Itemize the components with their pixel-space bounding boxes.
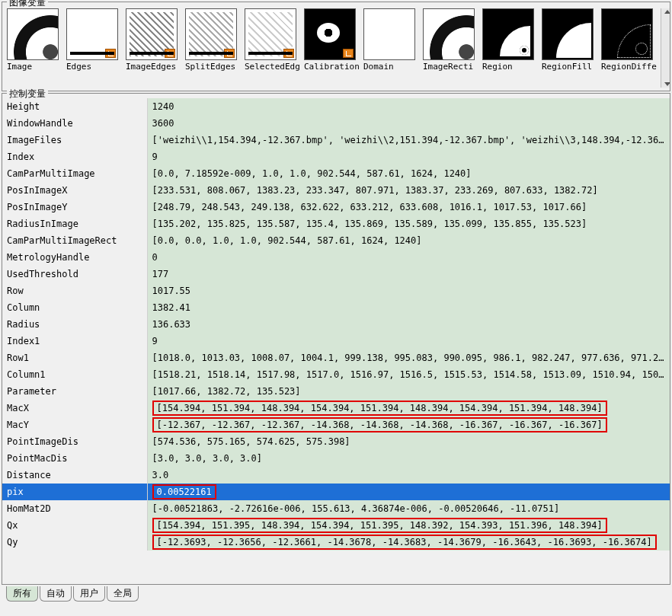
var-value: [1017.66, 1382.72, 135.523] [147, 383, 670, 400]
thumbnail-image[interactable] [304, 8, 356, 60]
var-name: CamParMultiImageRect [2, 232, 147, 249]
var-name: Qx [2, 517, 147, 534]
var-row-column[interactable]: Column1382.41 [2, 299, 670, 316]
thumbnail-image[interactable] [482, 8, 534, 60]
var-row-windowhandle[interactable]: WindowHandle3600 [2, 115, 670, 132]
tab-all[interactable]: 所有 [6, 586, 38, 602]
thumbnail-image[interactable] [7, 8, 59, 60]
thumbnail-regiondiffe[interactable]: RegionDiffe [601, 8, 658, 88]
highlight-box: 0.00522161 [152, 484, 216, 500]
var-row-pointmacdis[interactable]: PointMacDis[3.0, 3.0, 3.0, 3.0] [2, 450, 670, 467]
thumbnail-imagerecti[interactable]: ImageRecti [423, 8, 479, 88]
var-name: Radius [2, 316, 147, 333]
thumbnail-image[interactable] [423, 8, 475, 60]
thumbnail-image[interactable] [66, 8, 118, 60]
var-row-qy[interactable]: Qy[-12.3693, -12.3656, -12.3661, -14.367… [2, 534, 670, 551]
thumbnail-image[interactable] [126, 8, 178, 60]
var-name: RadiusInImage [2, 215, 147, 232]
var-name: Qy [2, 534, 147, 551]
var-name: MacX [2, 400, 147, 417]
var-value: 1017.55 [147, 282, 670, 299]
thumbnail-domain[interactable]: Domain [363, 8, 420, 88]
var-row-radiusinimage[interactable]: RadiusInImage[135.202, 135.825, 135.587,… [2, 215, 670, 232]
var-value: [248.79, 248.543, 249.138, 632.622, 633.… [147, 199, 670, 215]
var-row-usedthreshold[interactable]: UsedThreshold177 [2, 266, 670, 282]
thumbnail-image[interactable]: Image [7, 8, 63, 88]
var-value: 136.633 [147, 316, 670, 333]
thumbnail-regionfill[interactable]: RegionFill [542, 8, 598, 88]
var-row-index1[interactable]: Index19 [2, 333, 670, 349]
variables-table[interactable]: Height1240WindowHandle3600ImageFiles['we… [2, 98, 670, 551]
var-name: MetrologyHandle [2, 249, 147, 266]
thumbnail-region[interactable]: Region [482, 8, 539, 88]
thumbnail-calibration[interactable]: Calibration [304, 8, 360, 88]
var-name: Column1 [2, 366, 147, 383]
var-row-macy[interactable]: MacY[-12.367, -12.367, -12.367, -14.368,… [2, 417, 670, 433]
thumbnail-image[interactable] [363, 8, 415, 60]
var-row-posinimagey[interactable]: PosInImageY[248.79, 248.543, 249.138, 63… [2, 199, 670, 215]
var-row-metrologyhandle[interactable]: MetrologyHandle0 [2, 249, 670, 266]
var-name: Row1 [2, 349, 147, 366]
control-variables-panel: 控制变量 Height1240WindowHandle3600ImageFile… [2, 93, 670, 585]
var-row-pointimagedis[interactable]: PointImageDis[574.536, 575.165, 574.625,… [2, 433, 670, 450]
scroll-down-icon[interactable] [664, 82, 670, 86]
var-name: PosInImageY [2, 199, 147, 215]
var-value: ['weizhi\\1,154.394,-12.367.bmp', 'weizh… [147, 132, 670, 148]
var-value: 9 [147, 148, 670, 165]
region-badge-icon [165, 49, 175, 58]
var-row-radius[interactable]: Radius136.633 [2, 316, 670, 333]
var-row-imagefiles[interactable]: ImageFiles['weizhi\\1,154.394,-12.367.bm… [2, 132, 670, 148]
tab-user[interactable]: 用户 [73, 586, 105, 602]
var-row-camparmultiimage[interactable]: CamParMultiImage[0.0, 7.18592e-009, 1.0,… [2, 165, 670, 182]
var-name: CamParMultiImage [2, 165, 147, 182]
var-value: 177 [147, 266, 670, 282]
thumbnail-label: Image [7, 62, 63, 72]
tab-auto[interactable]: 自动 [40, 586, 72, 602]
highlight-box: [-12.367, -12.367, -12.367, -14.368, -14… [152, 417, 607, 432]
thumbnail-label: Calibration [304, 62, 360, 72]
thumbnail-selectededg[interactable]: SelectedEdg [245, 8, 301, 88]
var-row-qx[interactable]: Qx[154.394, 151.395, 148.394, 154.394, 1… [2, 517, 670, 534]
var-row-hommat2d[interactable]: HomMat2D[-0.00521863, -2.72616e-006, 155… [2, 500, 670, 517]
thumbnail-image[interactable] [185, 8, 237, 60]
var-name: pix [2, 484, 147, 500]
var-row-camparmultiimagerect[interactable]: CamParMultiImageRect[0.0, 0.0, 1.0, 1.0,… [2, 232, 670, 249]
thumbnail-scrollbar[interactable] [661, 8, 670, 88]
highlight-box: [-12.3693, -12.3656, -12.3661, -14.3678,… [152, 535, 657, 550]
var-row-distance[interactable]: Distance3.0 [2, 467, 670, 484]
region-badge-icon [343, 49, 354, 58]
var-row-index[interactable]: Index9 [2, 148, 670, 165]
bottom-tabs: 所有 自动 用户 全局 [0, 586, 672, 602]
var-row-row1[interactable]: Row1[1018.0, 1013.03, 1008.07, 1004.1, 9… [2, 349, 670, 366]
region-badge-icon [224, 49, 235, 58]
thumbnail-image[interactable] [245, 8, 296, 60]
thumbnail-edges[interactable]: Edges [66, 8, 123, 88]
var-row-macx[interactable]: MacX[154.394, 151.394, 148.394, 154.394,… [2, 400, 670, 417]
tab-global[interactable]: 全局 [107, 586, 139, 602]
thumbnail-label: SplitEdges [185, 62, 242, 72]
ctrl-vars-title: 控制变量 [7, 88, 48, 101]
var-value: [233.531, 808.067, 1383.23, 233.347, 807… [147, 182, 670, 199]
var-row-height[interactable]: Height1240 [2, 98, 670, 115]
var-row-column1[interactable]: Column1[1518.21, 1518.14, 1517.98, 1517.… [2, 366, 670, 383]
var-value: [3.0, 3.0, 3.0, 3.0] [147, 450, 670, 467]
thumbnail-image[interactable] [542, 8, 594, 60]
var-value: 1240 [147, 98, 670, 115]
scroll-up-icon[interactable] [664, 10, 670, 14]
var-value: [1018.0, 1013.03, 1008.07, 1004.1, 999.1… [147, 349, 670, 366]
thumbnail-image[interactable] [601, 8, 653, 60]
var-value: [-12.3693, -12.3656, -12.3661, -14.3678,… [147, 534, 670, 551]
var-row-posinimagex[interactable]: PosInImageX[233.531, 808.067, 1383.23, 2… [2, 182, 670, 199]
var-name: Height [2, 98, 147, 115]
var-value: [135.202, 135.825, 135.587, 135.4, 135.8… [147, 215, 670, 232]
var-row-row[interactable]: Row1017.55 [2, 282, 670, 299]
var-row-pix[interactable]: pix0.00522161 [2, 484, 670, 500]
var-name: UsedThreshold [2, 266, 147, 282]
var-name: PosInImageX [2, 182, 147, 199]
region-badge-icon [105, 49, 116, 58]
var-row-parameter[interactable]: Parameter[1017.66, 1382.72, 135.523] [2, 383, 670, 400]
thumbnail-imageedges[interactable]: ImageEdges [126, 8, 182, 88]
var-name: PointMacDis [2, 450, 147, 467]
thumbnail-splitedges[interactable]: SplitEdges [185, 8, 242, 88]
thumbnail-label: RegionFill [542, 62, 598, 72]
